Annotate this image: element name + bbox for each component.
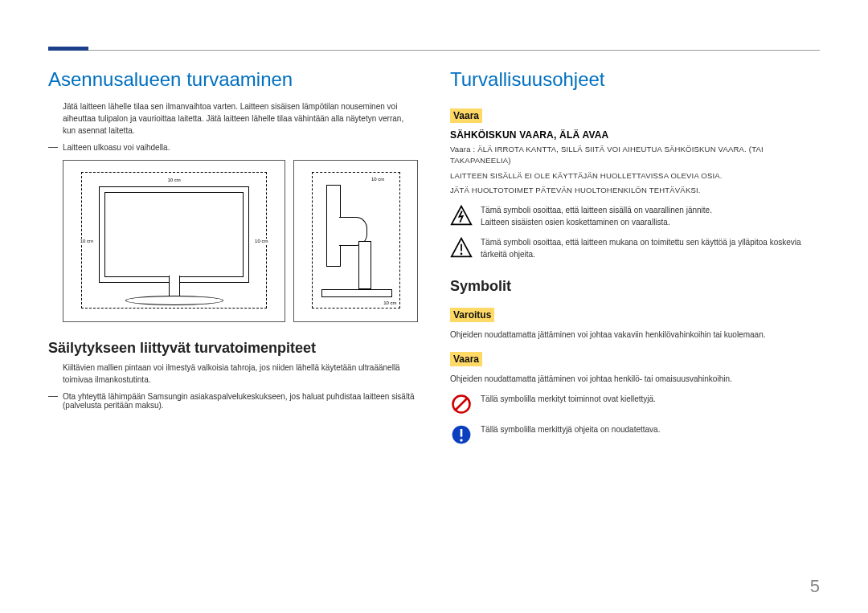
- heading-shock-warning: SÄHKÖISKUN VAARA, ÄLÄ AVAA: [450, 129, 820, 141]
- page-number: 5: [810, 576, 820, 597]
- svg-line-5: [456, 398, 467, 410]
- label-varoitus: Varoitus: [450, 308, 494, 322]
- shock-line-2: LAITTEEN SISÄLLÄ EI OLE KÄYTTÄJÄN HUOLLE…: [450, 170, 820, 182]
- manual-text: Tämä symboli osoittaa, että laitteen muk…: [481, 236, 820, 260]
- heading-turvallisuus: Turvallisuusohjeet: [450, 68, 820, 91]
- voltage-triangle-icon: [450, 204, 473, 227]
- voltage-text: Tämä symboli osoittaa, että laitteen sis…: [481, 204, 820, 228]
- dim-top: 10 cm: [166, 178, 181, 182]
- header-rule: [48, 50, 820, 51]
- dim-right: 10 cm: [254, 239, 268, 243]
- svg-point-3: [461, 253, 463, 255]
- storage-body: Kiiltävien mallien pintaan voi ilmestyä …: [48, 362, 418, 386]
- varoitus-body: Ohjeiden noudattamatta jättäminen voi jo…: [450, 329, 820, 341]
- heading-asennus: Asennusalueen turvaaminen: [48, 68, 418, 91]
- footnote-appearance: Laitteen ulkoasu voi vaihdella.: [48, 143, 418, 152]
- label-vaara-2: Vaara: [450, 352, 482, 366]
- intro-paragraph: Jätä laitteen lähelle tilaa sen ilmanvai…: [48, 100, 418, 137]
- heading-storage: Säilytykseen liittyvät turvatoimenpiteet: [48, 340, 418, 357]
- voltage-text-l2: Laitteen sisäisten osien koskettaminen o…: [481, 216, 820, 228]
- left-column: Asennusalueen turvaaminen Jätä laitteen …: [48, 68, 418, 454]
- voltage-text-l1: Tämä symboli osoittaa, että laitteen sis…: [481, 204, 820, 216]
- footnote-service: Ota yhteyttä lähimpään Samsungin asiakas…: [48, 392, 418, 410]
- prohibit-icon: [450, 393, 473, 415]
- dim-side-bottom: 10 cm: [383, 300, 397, 305]
- svg-point-8: [460, 439, 463, 442]
- chapter-mark: [48, 47, 88, 51]
- vaara2-body: Ohjeiden noudattamatta jättäminen voi jo…: [450, 373, 820, 385]
- prohibit-text: Tällä symbolilla merkityt toiminnot ovat…: [481, 393, 820, 405]
- mandatory-text: Tällä symbolilla merkittyjä ohjeita on n…: [481, 423, 820, 435]
- heading-symbolit: Symbolit: [450, 278, 820, 295]
- diagram-front-view: 10 cm 10 cm 10 cm: [63, 160, 285, 322]
- svg-marker-0: [452, 206, 472, 225]
- right-column: Turvallisuusohjeet Vaara SÄHKÖISKUN VAAR…: [450, 68, 820, 454]
- clearance-diagrams: 10 cm 10 cm 10 cm 10 cm 10 cm: [48, 160, 418, 322]
- dim-side-top: 10 cm: [371, 177, 385, 182]
- diagram-side-view: 10 cm 10 cm: [293, 160, 418, 322]
- shock-line-3: JÄTÄ HUOLTOTOIMET PÄTEVÄN HUOLTOHENKILÖN…: [450, 185, 820, 196]
- mandatory-icon: [450, 423, 473, 446]
- dim-left: 10 cm: [80, 239, 94, 243]
- exclamation-triangle-icon: [450, 236, 473, 259]
- shock-line-1: Vaara : ÄLÄ IRROTA KANTTA, SILLÄ SIITÄ V…: [450, 144, 820, 167]
- label-vaara-1: Vaara: [450, 108, 482, 123]
